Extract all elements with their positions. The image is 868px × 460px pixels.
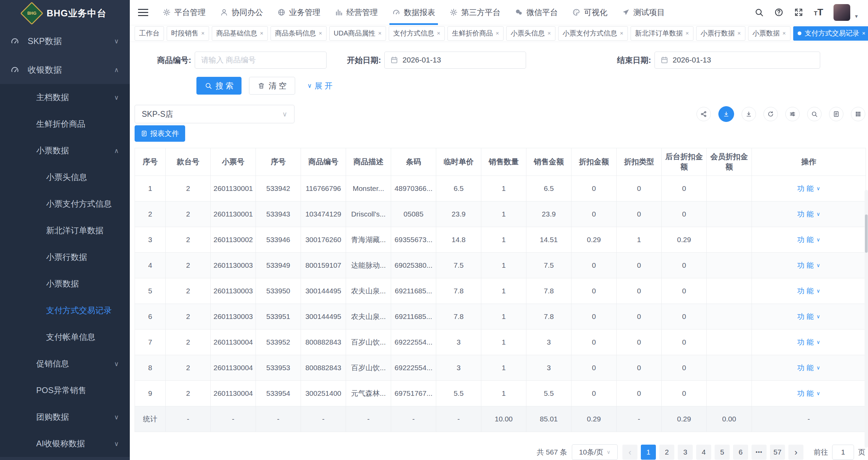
close-icon[interactable]: × <box>862 30 866 37</box>
expand-toggle[interactable]: ∨ 展 开 <box>307 81 333 91</box>
sidebar-item-4[interactable]: 小票数据∧ <box>0 137 130 164</box>
tab-12[interactable]: 支付方式交易记录× <box>793 26 868 41</box>
nav-item-2[interactable]: 业务管理 <box>277 0 321 25</box>
tab-0[interactable]: 工作台 <box>135 26 164 41</box>
table-cell: 0 <box>617 355 662 381</box>
menu-collapse-icon[interactable] <box>138 9 148 16</box>
row-action-menu[interactable]: 功 能 ∨ <box>797 389 820 398</box>
prev-page-button[interactable]: ‹ <box>622 445 637 460</box>
table-cell-action: 功 能 ∨ <box>752 381 866 406</box>
page-4[interactable]: 4 <box>696 445 711 460</box>
close-icon[interactable]: × <box>260 30 263 37</box>
tab-1[interactable]: 时段销售× <box>167 26 209 41</box>
sidebar-item-10[interactable]: 支付方式交易记录 <box>0 297 130 324</box>
page-size-select[interactable]: 10条/页 ∨ <box>572 444 618 460</box>
tab-3[interactable]: 商品条码信息× <box>271 26 327 41</box>
nav-item-6[interactable]: 微信平台 <box>514 0 559 25</box>
sidebar-item-11[interactable]: 支付帐单信息 <box>0 324 130 350</box>
row-action-menu[interactable]: 功 能 ∨ <box>797 312 820 321</box>
search-icon[interactable] <box>754 8 764 17</box>
tab-6[interactable]: 生鲜折价商品× <box>447 26 504 41</box>
close-icon[interactable]: × <box>548 30 551 37</box>
tab-8[interactable]: 小票支付方式信息× <box>558 26 628 41</box>
toolbar-sliders-button-4[interactable] <box>785 107 800 121</box>
sidebar-item-2[interactable]: 主档数据∨ <box>0 84 130 111</box>
close-icon[interactable]: × <box>686 30 689 37</box>
sidebar-item-6[interactable]: 小票支付方式信息 <box>0 191 130 217</box>
close-icon[interactable]: × <box>496 30 499 37</box>
user-avatar[interactable] <box>833 4 850 21</box>
nav-item-4[interactable]: 数据报表 <box>391 0 436 25</box>
close-icon[interactable]: × <box>201 30 205 37</box>
nav-item-5[interactable]: 第三方平台 <box>449 0 501 25</box>
sidebar-item-3[interactable]: 生鲜折价商品 <box>0 111 130 137</box>
toolbar-search-button-5[interactable] <box>807 107 822 121</box>
page-6[interactable]: 6 <box>733 445 748 460</box>
page-3[interactable]: 3 <box>678 445 693 460</box>
fontsize-icon[interactable]: TT <box>814 8 823 17</box>
end-date-input[interactable]: 2026-01-13 <box>655 52 820 69</box>
close-icon[interactable]: × <box>319 30 322 37</box>
nav-item-3[interactable]: 经营管理 <box>334 0 378 25</box>
scrollbar-thumb[interactable] <box>865 214 868 253</box>
row-action-menu[interactable]: 功 能 ∨ <box>797 363 820 373</box>
nav-item-8[interactable]: 测试项目 <box>621 0 665 25</box>
close-icon[interactable]: × <box>738 30 741 37</box>
row-action-menu[interactable]: 功 能 ∨ <box>797 337 820 347</box>
page-5[interactable]: 5 <box>715 445 730 460</box>
sidebar-item-7[interactable]: 新北洋订单数据 <box>0 217 130 244</box>
tab-10[interactable]: 小票行数据× <box>696 26 745 41</box>
fullscreen-icon[interactable] <box>794 8 803 17</box>
row-action-menu[interactable]: 功 能 ∨ <box>797 286 820 296</box>
question-icon[interactable] <box>774 8 784 17</box>
close-icon[interactable]: × <box>378 30 382 37</box>
toolbar-download-button-2[interactable] <box>742 107 756 121</box>
row-action-menu[interactable]: 功 能 ∨ <box>797 209 820 219</box>
tab-2[interactable]: 商品基础信息× <box>212 26 268 41</box>
toolbar-share-button-0[interactable] <box>697 107 711 121</box>
page-2[interactable]: 2 <box>659 445 674 460</box>
row-action-menu[interactable]: 功 能 ∨ <box>797 261 820 270</box>
sidebar-item-0[interactable]: SKP数据∨ <box>0 27 130 55</box>
sidebar-item-15[interactable]: AI收银称数据∨ <box>0 430 130 457</box>
tab-7[interactable]: 小票头信息× <box>506 26 555 41</box>
close-icon[interactable]: × <box>437 30 440 37</box>
tab-4[interactable]: UDA商品属性× <box>329 26 386 41</box>
sidebar-item-13[interactable]: POS异常销售 <box>0 377 130 404</box>
table-cell: 0 <box>662 355 707 381</box>
nav-item-7[interactable]: 可视化 <box>571 0 608 25</box>
start-date-input[interactable]: 2026-01-13 <box>384 52 526 69</box>
close-icon[interactable]: × <box>620 30 623 37</box>
sidebar-item-5[interactable]: 小票头信息 <box>0 164 130 191</box>
row-action-menu[interactable]: 功 能 ∨ <box>797 235 820 245</box>
sidebar-item-12[interactable]: 促销信息∨ <box>0 350 130 377</box>
page-57[interactable]: 57 <box>770 445 785 460</box>
tab-11[interactable]: 小票数据× <box>748 26 790 41</box>
search-button[interactable]: 搜 索 <box>196 77 242 95</box>
next-page-button[interactable]: › <box>788 445 803 460</box>
close-icon[interactable]: × <box>783 30 786 37</box>
row-action-menu[interactable]: 功 能 ∨ <box>797 184 820 193</box>
tab-9[interactable]: 新北洋订单数据× <box>631 26 693 41</box>
table-cell: 533950 <box>256 278 301 304</box>
sidebar-item-14[interactable]: 团购数据∨ <box>0 404 130 430</box>
product-code-input[interactable] <box>195 52 327 69</box>
toolbar-doc-button-6[interactable] <box>829 107 843 121</box>
sidebar-item-8[interactable]: 小票行数据 <box>0 244 130 270</box>
nav-item-1[interactable]: 协同办公 <box>219 0 264 25</box>
page-1[interactable]: 1 <box>641 445 656 460</box>
page-ellipsis[interactable]: ••• <box>752 445 767 460</box>
sidebar-item-1[interactable]: 收银数据∧ <box>0 55 130 84</box>
tab-5[interactable]: 支付方式信息× <box>389 26 445 41</box>
toolbar-refresh-button-3[interactable] <box>763 107 778 121</box>
toolbar-download-button-1[interactable] <box>718 106 734 122</box>
store-select[interactable]: SKP-S店 ∨ <box>135 105 294 123</box>
nav-item-0[interactable]: 平台管理 <box>162 0 206 25</box>
table-scrollbar[interactable] <box>865 190 868 448</box>
toolbar-grid-button-7[interactable] <box>851 107 865 121</box>
report-file-button[interactable]: 报表文件 <box>135 125 185 142</box>
avatar-caret-icon[interactable]: ▾ <box>855 13 858 19</box>
sidebar-item-9[interactable]: 小票数据 <box>0 270 130 297</box>
clear-button[interactable]: 清 空 <box>249 77 295 95</box>
goto-page-input[interactable] <box>832 445 854 460</box>
